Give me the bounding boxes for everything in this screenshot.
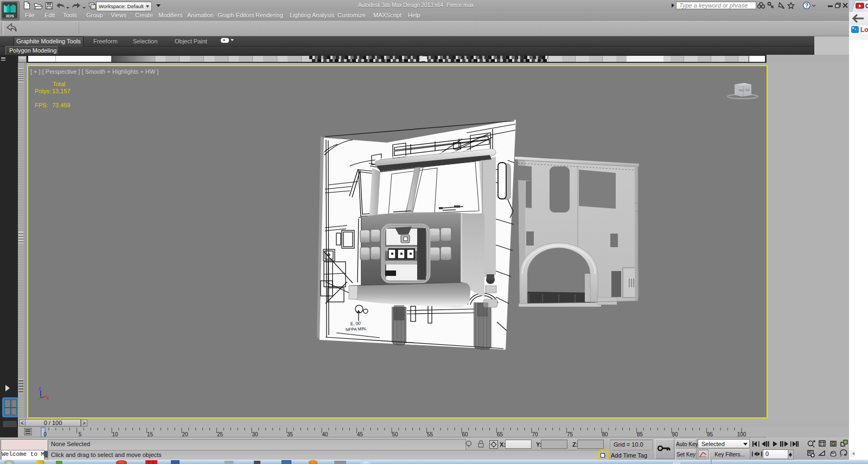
svg-text:z: z <box>39 385 41 391</box>
svg-text:50: 50 <box>392 431 398 437</box>
svg-text:95: 95 <box>707 431 713 437</box>
svg-text:[ + ] [ Perspective ] [ Smooth: [ + ] [ Perspective ] [ Smooth + Highlig… <box>30 68 158 75</box>
svg-text:30: 30 <box>252 431 258 437</box>
svg-text:E, 00': E, 00' <box>350 321 362 326</box>
svg-text:65: 65 <box>497 431 503 437</box>
svg-text:70: 70 <box>532 431 538 437</box>
svg-text:10: 10 <box>112 431 118 437</box>
svg-text:FPS:: FPS: <box>35 102 48 108</box>
svg-text:Total: Total <box>53 81 65 87</box>
svg-text:60: 60 <box>462 431 468 437</box>
svg-text:x: x <box>47 395 49 401</box>
svg-text:FRO: FRO <box>739 89 744 92</box>
svg-text:45: 45 <box>357 431 363 437</box>
svg-text:90: 90 <box>672 431 678 437</box>
svg-text:3DS: 3DS <box>5 14 14 18</box>
svg-text:80: 80 <box>602 431 608 437</box>
svg-text:75: 75 <box>567 431 573 437</box>
svg-text:25: 25 <box>217 431 224 437</box>
svg-text:20: 20 <box>182 431 188 437</box>
svg-text:55: 55 <box>427 431 433 437</box>
svg-text:100: 100 <box>737 431 746 437</box>
svg-text:35: 35 <box>287 431 293 437</box>
svg-text:15: 15 <box>147 431 154 437</box>
svg-text:RIG: RIG <box>745 89 750 92</box>
svg-text:73.459: 73.459 <box>52 102 71 108</box>
svg-text:5: 5 <box>79 431 82 437</box>
svg-text:85: 85 <box>637 431 643 437</box>
svg-text:40: 40 <box>322 431 328 437</box>
svg-text:13,157: 13,157 <box>52 88 71 94</box>
svg-text:?: ? <box>805 3 808 9</box>
svg-text:Polys:: Polys: <box>35 88 51 94</box>
svg-text:0: 0 <box>43 431 47 437</box>
